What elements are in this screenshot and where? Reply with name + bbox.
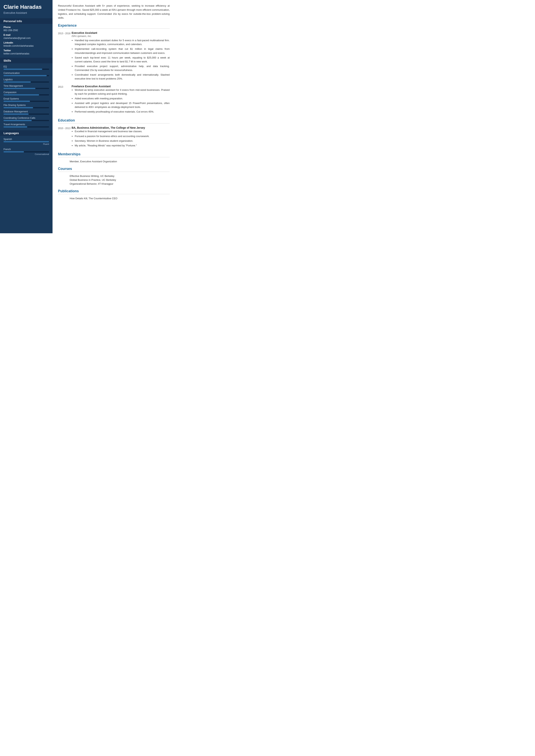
skill-name: Time Management xyxy=(4,85,49,87)
skill-item: Communication xyxy=(4,72,49,76)
candidate-name: Clarie Haradas xyxy=(4,4,49,10)
skill-item: Logistics xyxy=(4,78,49,83)
language-bar-fill xyxy=(4,151,24,152)
skill-name: Compassion xyxy=(4,91,49,94)
personal-info-block: Phone 862-208-2592 E-mail clarieharadas@… xyxy=(4,26,49,55)
entry-date: 2013 xyxy=(58,85,71,115)
memberships-section: Memberships Member, Executive Assistant … xyxy=(58,152,170,163)
phone-label: Phone xyxy=(4,26,49,29)
experience-section: Experience 2013 - 2018 Executive Assista… xyxy=(58,23,170,115)
entry-date: 2010 - 2013 xyxy=(58,126,71,148)
skill-item: File-Sharing Systems xyxy=(4,104,49,108)
languages-list: Spanish Fluent French Conversational xyxy=(4,138,49,155)
membership-item: Member, Executive Assistant Organization xyxy=(70,160,170,163)
skill-bar-bg xyxy=(4,120,49,121)
education-heading: Education xyxy=(58,119,170,123)
entry-bullet: Pursued a passion for business ethics an… xyxy=(75,134,170,138)
skill-bar-fill xyxy=(4,114,29,115)
publications-heading: Publications xyxy=(58,189,170,194)
skill-bar-fill xyxy=(4,101,30,102)
entry-bullet: Assisted with project logistics and deve… xyxy=(75,101,170,109)
entry-bullet: Excelled in financial management and bus… xyxy=(75,129,170,133)
skill-bar-bg xyxy=(4,88,49,89)
email-label: E-mail xyxy=(4,34,49,36)
experience-entry: 2010 - 2013 BA, Business Administration,… xyxy=(58,126,170,148)
entry-bullet: Aided executives with meeting preparatio… xyxy=(75,96,170,100)
skill-bar-bg xyxy=(4,126,49,127)
entry-body: BA, Business Administration, The College… xyxy=(71,126,170,148)
twitter-label: Twitter xyxy=(4,49,49,52)
skill-bar-bg xyxy=(4,107,49,108)
entry-title: Freelance Executive Assistant xyxy=(71,85,170,88)
skill-name: Database Management xyxy=(4,110,49,113)
personal-info-heading: Personal Info xyxy=(0,18,52,24)
courses-heading: Courses xyxy=(58,167,170,172)
skill-name: Email Systems xyxy=(4,97,49,100)
education-entries: 2010 - 2013 BA, Business Administration,… xyxy=(58,126,170,148)
language-item: Spanish Fluent xyxy=(4,138,49,145)
entry-title: BA, Business Administration, The College… xyxy=(71,126,170,129)
entry-bullet: Handled top executive assistant duties f… xyxy=(75,39,170,46)
skill-bar-fill xyxy=(4,81,31,83)
skill-bar-bg xyxy=(4,81,49,83)
skills-heading: Skills xyxy=(0,58,52,63)
publications-list: How Details Kill, The Counterintuitive C… xyxy=(58,197,170,200)
skill-name: Travel Arrangements xyxy=(4,123,49,126)
skills-list: EQ Communication Logistics Time Manageme… xyxy=(4,65,49,127)
linkedin-value: linkedin.com/in/clarieharadas xyxy=(4,44,49,47)
main-content: Resourceful Executive Assistant with 5+ … xyxy=(52,0,175,233)
entry-bullet: Performed weekly proofreading of executi… xyxy=(75,110,170,114)
courses-section: Courses Effective Business Writing, UC B… xyxy=(58,167,170,185)
entry-body: Freelance Executive Assistant Worked as … xyxy=(71,85,170,115)
entry-org: ISN Lipmann, Inc. xyxy=(71,35,170,38)
skill-bar-fill xyxy=(4,126,27,127)
experience-entry: 2013 - 2018 Executive Assistant ISN Lipm… xyxy=(58,31,170,81)
entry-title: Executive Assistant xyxy=(71,31,170,34)
skill-name: Communication xyxy=(4,72,49,74)
email-value: clarieharadas@gmail.com xyxy=(4,37,49,40)
skill-bar-fill xyxy=(4,88,35,89)
skill-bar-bg xyxy=(4,68,49,70)
language-bar-bg xyxy=(4,151,49,152)
skill-bar-bg xyxy=(4,114,49,115)
skill-name: EQ xyxy=(4,65,49,68)
language-item: French Conversational xyxy=(4,148,49,155)
courses-list: Effective Business Writing, UC BerkeleyG… xyxy=(58,175,170,185)
skill-bar-fill xyxy=(4,94,39,95)
skill-bar-bg xyxy=(4,94,49,95)
skill-item: Compassion xyxy=(4,91,49,95)
entry-body: Executive Assistant ISN Lipmann, Inc. Ha… xyxy=(71,31,170,81)
skill-bar-fill xyxy=(4,120,32,121)
skill-item: Travel Arrangements xyxy=(4,123,49,127)
entry-bullet: Implemented call-recording system that c… xyxy=(75,47,170,55)
skill-bar-fill xyxy=(4,75,47,76)
skill-item: Time Management xyxy=(4,85,49,89)
phone-value: 862-208-2592 xyxy=(4,29,49,32)
experience-heading: Experience xyxy=(58,23,170,29)
skill-name: File-Sharing Systems xyxy=(4,104,49,107)
language-name: French xyxy=(4,148,49,151)
memberships-list: Member, Executive Assistant Organization xyxy=(58,160,170,163)
linkedin-label: LinkedIn xyxy=(4,41,49,44)
skill-name: Coordinating Conference Calls xyxy=(4,117,49,119)
education-section: Education 2010 - 2013 BA, Business Admin… xyxy=(58,119,170,148)
experience-entry: 2013 Freelance Executive Assistant Worke… xyxy=(58,85,170,115)
course-item: Organizational Behavior, IIT Kharagpur xyxy=(70,182,170,185)
skill-bar-bg xyxy=(4,75,49,76)
skill-item: Coordinating Conference Calls xyxy=(4,117,49,121)
entry-bullet: Provided executive project support, admi… xyxy=(75,64,170,72)
entry-bullet: Saved each top-level exec 11 hours per w… xyxy=(75,56,170,64)
sidebar: Clarie Haradas Executive Assistant Perso… xyxy=(0,0,52,233)
language-bar-fill xyxy=(4,141,49,142)
entry-bullet: Secretary, Women in Business student org… xyxy=(75,139,170,143)
experience-entries: 2013 - 2018 Executive Assistant ISN Lipm… xyxy=(58,31,170,115)
entry-bullet: My article, "Reading Minds" was reprinte… xyxy=(75,144,170,148)
entry-bullet: Coordinated travel arrangements both dom… xyxy=(75,73,170,81)
memberships-heading: Memberships xyxy=(58,152,170,157)
skill-item: Email Systems xyxy=(4,97,49,102)
course-item: Effective Business Writing, UC Berkeley xyxy=(70,175,170,177)
skill-item: EQ xyxy=(4,65,49,70)
twitter-value: twitter.com/clarieharadas xyxy=(4,52,49,55)
skill-bar-bg xyxy=(4,101,49,102)
language-name: Spanish xyxy=(4,138,49,141)
